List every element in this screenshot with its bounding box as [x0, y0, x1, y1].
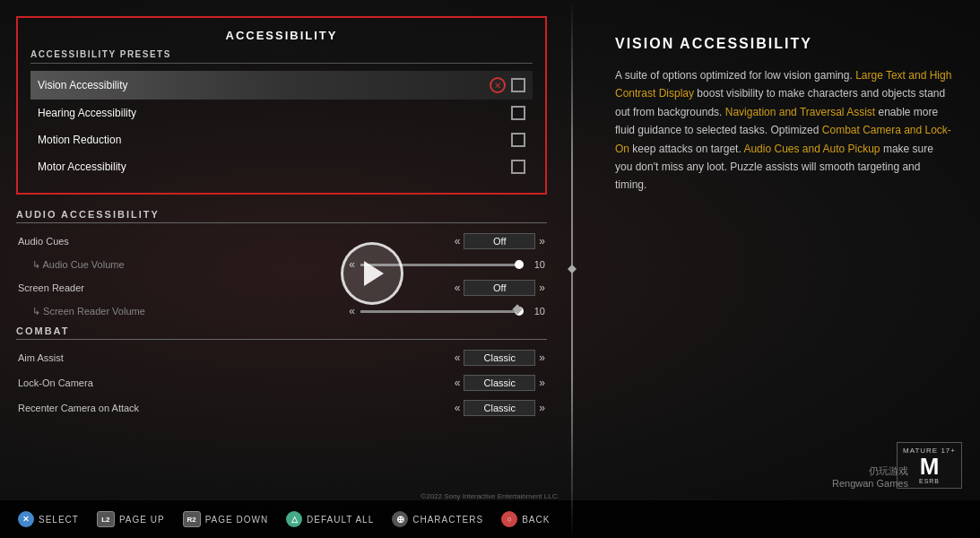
- sr-vol-slider-track[interactable]: [360, 310, 522, 313]
- preset-icons-motion: [511, 133, 525, 147]
- lock-on-camera-control: « Classic »: [143, 375, 545, 391]
- screen-reader-left-arrow[interactable]: «: [455, 282, 461, 294]
- aim-assist-right-arrow[interactable]: »: [539, 351, 545, 364]
- preset-label-motion: Motion Reduction: [38, 134, 121, 146]
- lock-on-left-arrow[interactable]: «: [455, 377, 461, 389]
- play-triangle-icon: [364, 261, 384, 286]
- combat-section: COMBAT Aim Assist « Classic » Lock-On Ca…: [16, 325, 547, 421]
- preset-icons-hearing: [511, 106, 525, 120]
- x-icon: ✕: [490, 77, 506, 93]
- recenter-dropdown[interactable]: « Classic »: [455, 400, 545, 416]
- audio-vol-slider-thumb: [515, 260, 524, 269]
- screen-reader-row: Screen Reader « Off »: [16, 275, 547, 300]
- recenter-row: Recenter Camera on Attack « Classic »: [16, 395, 547, 421]
- preset-item-vision[interactable]: Vision Accessibility ✕: [30, 71, 533, 100]
- info-title: VISION ACCESSIBILITY: [615, 36, 953, 52]
- recenter-right-arrow[interactable]: »: [539, 402, 545, 414]
- left-panel: ACCESSIBILITY ACCESSIBILITY PRESETS Visi…: [0, 0, 565, 538]
- audio-section: AUDIO ACCESSIBILITY Audio Cues « Off » ↳…: [16, 209, 547, 322]
- screen-reader-volume-row: ↳ Screen Reader Volume « 10: [16, 300, 547, 322]
- lock-on-camera-row: Lock-On Camera « Classic »: [16, 370, 547, 395]
- info-highlight-2: Navigation and Traversal Assist: [725, 106, 875, 118]
- content-wrapper: ACCESSIBILITY ACCESSIBILITY PRESETS Visi…: [0, 0, 980, 538]
- screen-reader-volume-label: ↳ Screen Reader Volume: [18, 306, 145, 317]
- right-panel: VISION ACCESSIBILITY A suite of options …: [579, 0, 980, 538]
- screen-reader-dropdown[interactable]: « Off »: [455, 280, 545, 296]
- sr-vol-slider-thumb: [515, 307, 524, 316]
- preset-icons-vision: ✕: [490, 77, 525, 93]
- preset-item-motor[interactable]: Motor Accessibility: [30, 153, 533, 180]
- screen-reader-value: Off: [464, 280, 535, 296]
- combat-section-header: COMBAT: [16, 325, 547, 340]
- accessibility-box: ACCESSIBILITY ACCESSIBILITY PRESETS Visi…: [16, 16, 547, 195]
- recenter-left-arrow[interactable]: «: [455, 402, 461, 414]
- audio-cues-right-arrow[interactable]: »: [539, 235, 545, 247]
- info-text-1: A suite of options optimized for low vis…: [615, 69, 855, 82]
- preset-icons-motor: [511, 160, 525, 174]
- info-text-4: keep attacks on target.: [629, 143, 743, 155]
- audio-cues-row: Audio Cues « Off »: [16, 229, 547, 254]
- screen-reader-volume-control: « 10: [145, 305, 545, 317]
- screen-reader-right-arrow[interactable]: »: [539, 282, 545, 294]
- vertical-separator: [565, 0, 579, 538]
- lock-on-right-arrow[interactable]: »: [539, 377, 545, 389]
- aim-assist-dropdown[interactable]: « Classic »: [455, 350, 545, 366]
- audio-cues-value: Off: [464, 233, 535, 249]
- aim-assist-control: « Classic »: [143, 350, 545, 366]
- info-highlight-4: Audio Cues and Auto Pickup: [743, 143, 880, 155]
- accessibility-title: ACCESSIBILITY: [30, 29, 533, 42]
- play-button[interactable]: [341, 242, 403, 305]
- recenter-control: « Classic »: [143, 400, 545, 416]
- audio-section-header: AUDIO ACCESSIBILITY: [16, 209, 547, 223]
- preset-label-vision: Vision Accessibility: [38, 79, 128, 91]
- square-icon-motion: [511, 133, 525, 147]
- audio-cue-volume-label: ↳ Audio Cue Volume: [18, 259, 143, 271]
- aim-assist-left-arrow[interactable]: «: [455, 351, 461, 364]
- aim-assist-row: Aim Assist « Classic »: [16, 345, 547, 370]
- audio-cues-control: « Off »: [143, 233, 545, 249]
- info-text: A suite of options optimized for low vis…: [615, 66, 953, 195]
- screen-reader-label: Screen Reader: [18, 282, 143, 293]
- audio-cue-volume-row: ↳ Audio Cue Volume « 10: [16, 254, 547, 275]
- preset-label-hearing: Hearing Accessibility: [38, 107, 136, 119]
- recenter-label: Recenter Camera on Attack: [18, 403, 143, 413]
- audio-cues-dropdown[interactable]: « Off »: [455, 233, 545, 249]
- audio-cues-left-arrow[interactable]: «: [455, 235, 461, 247]
- recenter-value: Classic: [464, 400, 535, 416]
- separator-diamond: [568, 265, 577, 273]
- audio-vol-value: 10: [527, 259, 545, 270]
- sr-vol-value: 10: [527, 306, 545, 317]
- sr-vol-left-arrow[interactable]: «: [349, 305, 355, 317]
- sr-vol-slider-fill: [360, 310, 522, 313]
- separator-line: [571, 0, 573, 538]
- audio-cues-label: Audio Cues: [18, 236, 143, 247]
- square-icon-hearing: [511, 106, 525, 120]
- lock-on-camera-dropdown[interactable]: « Classic »: [455, 375, 545, 391]
- aim-assist-value: Classic: [464, 350, 535, 366]
- preset-item-hearing[interactable]: Hearing Accessibility: [30, 100, 533, 126]
- aim-assist-label: Aim Assist: [18, 352, 143, 363]
- lock-on-value: Classic: [464, 375, 535, 391]
- preset-label-motor: Motor Accessibility: [38, 161, 126, 173]
- square-icon-motor: [511, 160, 525, 174]
- lock-on-camera-label: Lock-On Camera: [18, 377, 143, 388]
- preset-item-motion[interactable]: Motion Reduction: [30, 126, 533, 153]
- presets-subtitle: ACCESSIBILITY PRESETS: [30, 49, 533, 64]
- square-icon: [511, 78, 525, 92]
